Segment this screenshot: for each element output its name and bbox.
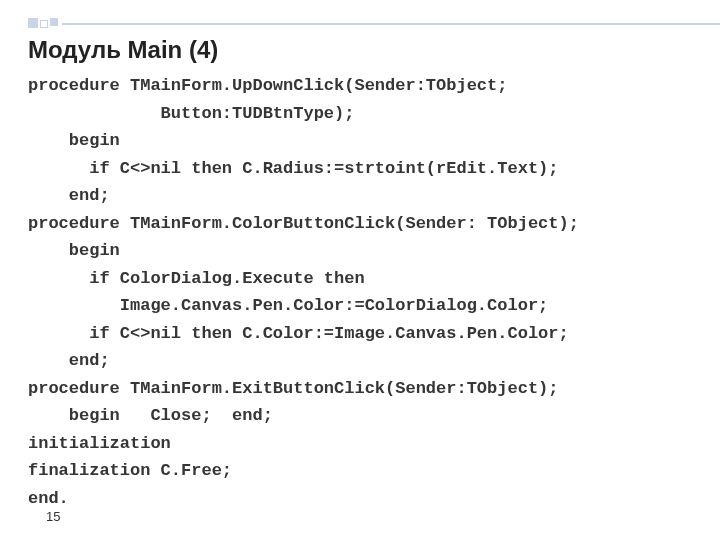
code-block: procedure TMainForm.UpDownClick(Sender:T…	[28, 72, 696, 513]
slide-content: Модуль Main (4) procedure TMainForm.UpDo…	[28, 30, 696, 513]
slide-title: Модуль Main (4)	[28, 36, 696, 64]
page-number: 15	[46, 509, 60, 524]
slide-decoration	[28, 18, 72, 30]
